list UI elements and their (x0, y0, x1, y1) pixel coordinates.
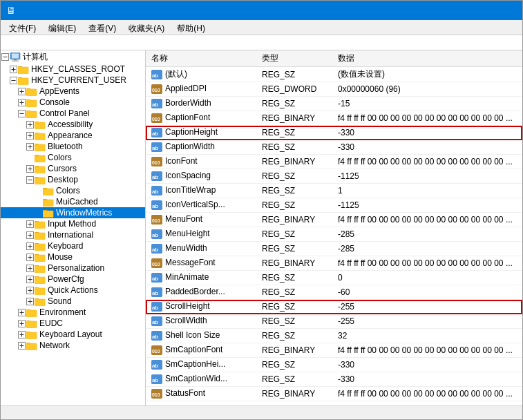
table-row[interactable]: 010 StatusFontREG_BINARYf4 ff ff ff 00 0… (146, 387, 522, 401)
table-row[interactable]: 010 CaptionFontREG_BINARYf4 ff ff ff 00 … (146, 111, 522, 126)
tree-expander[interactable] (26, 220, 34, 228)
menu-item[interactable]: 文件(F) (3, 21, 41, 33)
reg-value-icon: ab (151, 98, 162, 109)
cell-type: REG_SZ (256, 140, 332, 155)
menu-item[interactable]: 编辑(E) (43, 21, 82, 33)
tree-expander[interactable] (17, 341, 26, 350)
table-row[interactable]: 010 SmCaptionFontREG_BINARYf4 ff ff ff 0… (146, 343, 522, 358)
tree-item-network[interactable]: Network (1, 340, 145, 351)
cell-data: f4 ff ff ff 00 00 00 00 00 00 00 00 00 0… (332, 213, 522, 227)
tree-expander[interactable] (17, 330, 26, 338)
table-row[interactable]: ab ScrollWidthREG_SZ-255 (146, 314, 522, 329)
tree-expander[interactable] (26, 131, 34, 140)
tree-expander[interactable] (26, 264, 34, 272)
tree-expander[interactable] (9, 65, 17, 73)
tree-expander[interactable] (17, 308, 26, 316)
table-row[interactable]: ab BorderWidthREG_SZ-15 (146, 97, 522, 111)
svg-rect-104 (35, 265, 39, 267)
table-row[interactable]: ab IconTitleWrapREG_SZ1 (146, 184, 522, 198)
table-row[interactable]: ab CaptionHeightREG_SZ-330 (146, 126, 522, 140)
tree-item-quickactions[interactable]: Quick Actions (1, 285, 145, 296)
menu-item[interactable]: 帮助(H) (171, 21, 211, 33)
tree-item-personalization[interactable]: Personalization (1, 262, 145, 274)
table-row[interactable]: ab MenuWidthREG_SZ-285 (146, 242, 522, 256)
tree-expander[interactable] (17, 109, 26, 117)
tree-expander[interactable] (26, 142, 34, 151)
tree-item-label: Accessibility (48, 120, 93, 129)
svg-text:ab: ab (152, 203, 158, 209)
tree-item-muicached[interactable]: MuiCached (1, 196, 145, 207)
tree-item-appevents[interactable]: AppEvents (1, 86, 145, 97)
tree-expander[interactable] (17, 319, 26, 327)
tree-expander[interactable] (26, 242, 34, 250)
cell-name: ab MenuWidth (146, 242, 256, 256)
menu-item[interactable]: 查看(V) (83, 21, 122, 33)
tree-item-keyboardlayout[interactable]: Keyboard Layout (1, 329, 145, 340)
tree-item-environment[interactable]: Environment (1, 307, 145, 318)
tree-expander[interactable] (26, 253, 34, 261)
tree-item-appearance[interactable]: Appearance (1, 130, 145, 141)
tree-item-windowmetrics[interactable]: WindowMetrics (1, 207, 145, 218)
table-row[interactable]: ab MinAnimateREG_SZ0 (146, 271, 522, 285)
tree-item-inputmethod[interactable]: Input Method (1, 218, 145, 229)
tree-expander[interactable] (26, 175, 34, 184)
table-row[interactable]: 010 IconFontREG_BINARYf4 ff ff ff 00 00 … (146, 155, 522, 169)
tree-item-cursors[interactable]: Cursors (1, 163, 145, 174)
tree-item-computer[interactable]: 计算机 (1, 50, 145, 64)
reg-value-name: SmCaptionHei... (165, 359, 225, 369)
tree-item-sound[interactable]: Sound (1, 296, 145, 307)
tree-item-powercfg[interactable]: PowerCfg (1, 274, 145, 285)
tree-panel[interactable]: 计算机 HKEY_CLASSES_ROOT HKEY_CURRENT_USER … (1, 50, 146, 405)
tree-expander[interactable] (26, 164, 34, 173)
folder-icon (35, 142, 46, 151)
tree-expander[interactable] (17, 98, 26, 106)
svg-rect-28 (26, 99, 30, 101)
table-row[interactable]: ab SmCaptionHei...REG_SZ-330 (146, 358, 522, 372)
cell-name: ab MenuHeight (146, 227, 256, 242)
table-row[interactable]: ab SmCaptionWid...REG_SZ-330 (146, 372, 522, 387)
tree-item-bluetooth[interactable]: Bluetooth (1, 141, 145, 152)
table-row[interactable]: ab IconSpacingREG_SZ-1125 (146, 169, 522, 184)
svg-text:ab: ab (152, 145, 158, 151)
tree-item-international[interactable]: International (1, 229, 145, 240)
svg-rect-92 (35, 243, 39, 245)
table-row[interactable]: ab PaddedBorder...REG_SZ-60 (146, 285, 522, 300)
tree-expander[interactable] (26, 275, 34, 283)
tree-expander[interactable] (1, 53, 9, 61)
svg-rect-146 (26, 343, 30, 344)
tree-expander[interactable] (26, 286, 34, 294)
table-row[interactable]: ab ScrollHeightREG_SZ-255 (146, 300, 522, 314)
tree-item-hkcr[interactable]: HKEY_CLASSES_ROOT (1, 64, 145, 75)
tree-item-mouse[interactable]: Mouse (1, 251, 145, 262)
tree-expander[interactable] (26, 120, 34, 128)
table-row[interactable]: 010 AppliedDPIREG_DWORD0x00000060 (96) (146, 82, 522, 97)
tree-expander[interactable] (17, 87, 26, 95)
table-row[interactable]: 010 MessageFontREG_BINARYf4 ff ff ff 00 … (146, 256, 522, 271)
svg-rect-74 (43, 210, 47, 211)
tree-expander[interactable] (26, 297, 34, 305)
cell-type: REG_BINARY (256, 155, 332, 169)
tree-item-desktop[interactable]: Desktop (1, 174, 145, 185)
tree-item-controlpanel[interactable]: Control Panel (1, 108, 145, 119)
tree-item-label: Keyboard Layout (39, 330, 102, 339)
tree-item-hkcu[interactable]: HKEY_CURRENT_USER (1, 75, 145, 86)
tree-expander[interactable] (9, 76, 17, 84)
table-row[interactable]: ab MenuHeightREG_SZ-285 (146, 227, 522, 242)
reg-value-name: StatusFont (165, 388, 205, 398)
table-row[interactable]: ab CaptionWidthREG_SZ-330 (146, 140, 522, 155)
tree-item-accessibility[interactable]: Accessibility (1, 119, 145, 130)
folder-icon (35, 219, 46, 229)
table-row[interactable]: ab Shell Icon SizeREG_SZ32 (146, 329, 522, 343)
table-row[interactable]: 010 MenuFontREG_BINARYf4 ff ff ff 00 00 … (146, 213, 522, 227)
tree-item-desktop-colors[interactable]: Colors (1, 185, 145, 196)
tree-item-keyboard[interactable]: Keyboard (1, 240, 145, 251)
cell-name: 010 SmCaptionFont (146, 343, 256, 358)
menu-item[interactable]: 收藏夹(A) (123, 21, 170, 33)
table-row[interactable]: ab IconVerticalSp...REG_SZ-1125 (146, 198, 522, 213)
tree-item-console[interactable]: Console (1, 97, 145, 108)
table-row[interactable]: ab (默认)REG_SZ(数值未设置) (146, 67, 522, 82)
tree-item-colors[interactable]: Colors (1, 152, 145, 163)
tree-item-eudc[interactable]: EUDC (1, 318, 145, 329)
tree-expander[interactable] (26, 231, 34, 239)
cell-data: (数值未设置) (332, 67, 522, 82)
